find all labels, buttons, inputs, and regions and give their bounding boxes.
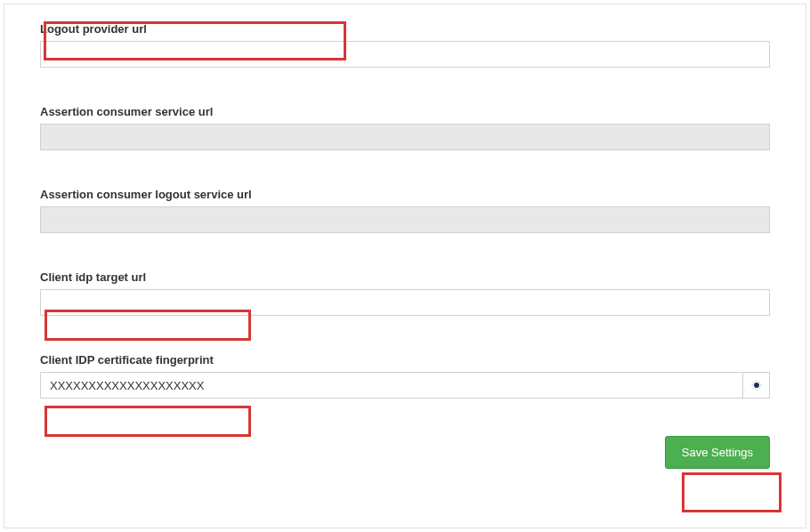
assertion-consumer-service-url-label: Assertion consumer service url <box>40 105 770 118</box>
assertion-consumer-service-url-input <box>40 124 770 150</box>
highlight-save-settings <box>682 472 782 512</box>
assertion-consumer-logout-service-url-label: Assertion consumer logout service url <box>40 188 770 201</box>
assertion-consumer-logout-service-url-input <box>40 206 770 233</box>
logout-provider-url-group: Logout provider url <box>40 22 770 68</box>
highlight-client-idp-certificate-fingerprint <box>45 406 251 437</box>
button-row: Save Settings <box>40 436 770 469</box>
client-idp-target-url-group: Client idp target url <box>40 270 770 316</box>
client-idp-certificate-fingerprint-group: Client IDP certificate fingerprint <box>40 353 770 399</box>
logout-provider-url-label: Logout provider url <box>40 22 770 36</box>
client-idp-target-url-input[interactable] <box>40 289 770 316</box>
logout-provider-url-input[interactable] <box>40 41 770 68</box>
save-settings-button[interactable]: Save Settings <box>665 436 770 469</box>
certificate-action-button[interactable] <box>743 372 770 399</box>
assertion-consumer-service-url-group: Assertion consumer service url <box>40 105 770 150</box>
client-idp-certificate-fingerprint-input[interactable] <box>40 372 743 399</box>
fingerprint-input-wrapper <box>40 372 770 399</box>
client-idp-certificate-fingerprint-label: Client IDP certificate fingerprint <box>40 353 770 367</box>
settings-form-container: Logout provider url Assertion consumer s… <box>4 4 806 528</box>
assertion-consumer-logout-service-url-group: Assertion consumer logout service url <box>40 188 770 233</box>
client-idp-target-url-label: Client idp target url <box>40 270 770 284</box>
svg-point-0 <box>754 383 759 388</box>
certificate-icon <box>750 379 763 391</box>
